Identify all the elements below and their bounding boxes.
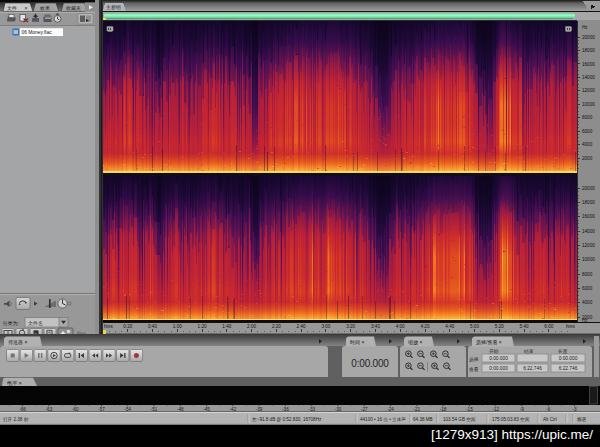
svg-text:0:00.000: 0:00.000 (489, 356, 508, 361)
svg-text:文件: 文件 (7, 5, 17, 11)
svg-text:20000: 20000 (582, 186, 595, 191)
svg-text:选择/查看 ×: 选择/查看 × (476, 339, 502, 346)
svg-text:4:00: 4:00 (396, 324, 405, 329)
svg-text:06 Money.flac: 06 Money.flac (22, 30, 53, 35)
svg-text:6:22.746: 6:22.746 (559, 366, 578, 371)
svg-text:主群组: 主群组 (106, 4, 121, 10)
svg-text:14000: 14000 (582, 229, 595, 234)
svg-text:传送器 ×: 传送器 × (8, 339, 27, 345)
svg-text:效果: 效果 (39, 5, 50, 11)
svg-text:16000: 16000 (582, 62, 595, 67)
svg-text:文件名: 文件名 (28, 320, 43, 326)
svg-text:64.38 MB: 64.38 MB (413, 417, 433, 422)
svg-text:×: × (25, 5, 28, 11)
svg-text:查看: 查看 (469, 366, 479, 373)
svg-text:3:20: 3:20 (346, 324, 355, 329)
svg-text:4000: 4000 (582, 300, 593, 305)
svg-text:12000: 12000 (582, 243, 595, 248)
svg-text:1:40: 1:40 (222, 324, 231, 329)
svg-text:5:40: 5:40 (520, 324, 529, 329)
svg-text:14000: 14000 (582, 75, 595, 80)
svg-text:1:20: 1:20 (198, 324, 207, 329)
svg-text:4:20: 4:20 (421, 324, 430, 329)
svg-text:6:00: 6:00 (544, 324, 553, 329)
svg-text:6000: 6000 (582, 286, 593, 291)
svg-text:2:00: 2:00 (247, 324, 256, 329)
svg-text:10000: 10000 (582, 257, 595, 262)
svg-text:2000: 2000 (582, 156, 593, 161)
svg-text:时间 ×: 时间 × (350, 339, 364, 346)
svg-text:10000: 10000 (582, 102, 595, 107)
svg-text:2:20: 2:20 (272, 324, 281, 329)
svg-text:开始: 开始 (489, 348, 499, 355)
svg-text:0:00.000: 0:00.000 (559, 356, 578, 361)
svg-text:Alt Ctrl: Alt Ctrl (543, 417, 557, 422)
svg-text:6:22.746: 6:22.746 (523, 366, 542, 371)
svg-text:8000: 8000 (582, 272, 593, 277)
svg-text:16000: 16000 (582, 214, 595, 219)
svg-text:5:20: 5:20 (495, 324, 504, 329)
svg-text:0:40: 0:40 (148, 324, 157, 329)
svg-text:8000: 8000 (582, 115, 593, 120)
svg-text:hms: hms (104, 324, 113, 329)
svg-text:6000: 6000 (582, 129, 593, 134)
svg-text:44100 • 16 位 • 立体声: 44100 • 16 位 • 立体声 (360, 417, 406, 422)
svg-text:0:00.000: 0:00.000 (351, 358, 389, 369)
svg-text:电平 ×: 电平 × (7, 380, 22, 386)
svg-text:2:40: 2:40 (297, 324, 306, 329)
svg-text:4000: 4000 (582, 142, 593, 147)
svg-text:分类为:: 分类为: (3, 320, 19, 326)
svg-text:1:00: 1:00 (173, 324, 182, 329)
svg-text:长度: 长度 (558, 348, 568, 355)
svg-text:3:00: 3:00 (321, 324, 330, 329)
svg-text:左:-91.8 dB @ 0:52.830, 16708Hz: 左:-91.8 dB @ 0:52.830, 16708Hz (252, 417, 322, 422)
svg-text:20000: 20000 (582, 35, 595, 40)
svg-text:hms: hms (566, 324, 575, 329)
svg-text:3:40: 3:40 (371, 324, 380, 329)
svg-text:18000: 18000 (582, 200, 595, 205)
svg-text:5:00: 5:00 (470, 324, 479, 329)
svg-text:4:40: 4:40 (445, 324, 454, 329)
svg-text:0:00.000: 0:00.000 (489, 366, 508, 371)
svg-text:收藏夹: 收藏夹 (66, 5, 81, 11)
svg-text:12000: 12000 (582, 88, 595, 93)
svg-text:18000: 18000 (582, 48, 595, 53)
svg-text:Hz: Hz (582, 25, 588, 30)
svg-text:缩放 ×: 缩放 × (408, 339, 422, 346)
svg-text:0:20: 0:20 (123, 324, 132, 329)
